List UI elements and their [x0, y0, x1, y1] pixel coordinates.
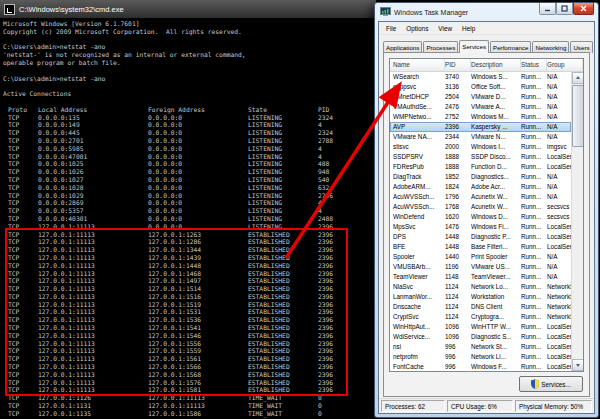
- service-row[interactable]: nsi 996 Network St... Runn... LocalServi…: [390, 342, 571, 352]
- maximize-button[interactable]: [556, 3, 573, 15]
- service-status: Runn...: [521, 302, 547, 312]
- menu-item[interactable]: View: [433, 25, 457, 32]
- service-row[interactable]: AdobeARM... 1824 Adobe Acr... Runn... N/…: [390, 182, 571, 192]
- service-pid: 996: [445, 362, 471, 371]
- service-pid: 1852: [445, 172, 471, 182]
- service-row[interactable]: DiagTrack 1852 Diagnostics... Runn... N/…: [390, 172, 571, 182]
- column-header-description[interactable]: Description: [471, 59, 521, 71]
- services-button[interactable]: Services...: [519, 376, 583, 392]
- service-row[interactable]: Spooler 1440 Print Spooler Runn... N/A: [390, 252, 571, 262]
- netstat-local: 127.0.0.1:11113: [38, 347, 148, 355]
- service-row[interactable]: LanmanWor... 1124 Workstation Runn... Ne…: [390, 292, 571, 302]
- column-header-pid[interactable]: PID: [445, 59, 471, 71]
- minimize-button[interactable]: [539, 3, 556, 15]
- service-row[interactable]: BFE 1448 Base Filteri... Runn... LocalSe…: [390, 242, 571, 252]
- netstat-pid: 2788: [318, 137, 363, 145]
- service-row[interactable]: VMnetDHCP 2504 VMware D... Runn... N/A: [390, 92, 571, 102]
- netstat-state: LISTENING: [248, 160, 318, 168]
- netstat-foreign: 127.0.0.1:1468: [148, 270, 248, 278]
- menu-item[interactable]: Options: [401, 25, 433, 32]
- service-status: Runn...: [521, 142, 547, 152]
- service-row[interactable]: TeamViewer 1148 TeamViewer... Runn... N/…: [390, 272, 571, 282]
- service-row[interactable]: osppsvc 3136 Office Soft... Runn... N/A: [390, 82, 571, 92]
- service-status: Runn...: [521, 362, 547, 371]
- status-memory: Physical Memory: 50%: [515, 400, 592, 412]
- netstat-row: TCP 0.0.0.0:1027 0.0.0.0:0 LISTENING 540: [3, 176, 376, 184]
- netstat-proto: TCP: [3, 332, 38, 340]
- service-row[interactable]: WinHttpAut... 1096 WinHTTP W... Runn... …: [390, 322, 571, 332]
- service-row[interactable]: MpsSvc 1476 Windows Fi... Runn... LocalS…: [390, 222, 571, 232]
- netstat-foreign: 127.0.0.1:1586: [148, 410, 248, 418]
- netstat-local: 0.0.0.0:1026: [38, 168, 148, 176]
- service-desc: Base Filteri...: [471, 242, 521, 252]
- netstat-local: 127.0.0.1:1135: [38, 410, 148, 418]
- established-connections: TCP 127.0.0.1:11113 127.0.0.1:1263 ESTAB…: [3, 231, 376, 395]
- service-name: VMUSBArb...: [390, 262, 445, 272]
- netstat-foreign: 127.0.0.1:11113: [148, 394, 248, 402]
- netstat-local: 127.0.0.1:11113: [38, 246, 148, 254]
- tab[interactable]: Services: [459, 40, 489, 53]
- netstat-foreign: 127.0.0.1:1519: [148, 301, 248, 309]
- service-row[interactable]: NlaSvc 1124 Network Lo... Runn... Networ…: [390, 282, 571, 292]
- service-desc: Windows M...: [471, 112, 521, 122]
- scrollbar[interactable]: [571, 72, 583, 371]
- service-row[interactable]: SSDPSRV 1888 SSDP Disco... Runn... Local…: [390, 152, 571, 162]
- netstat-proto: TCP: [3, 160, 38, 168]
- service-desc: Windows I...: [471, 142, 521, 152]
- service-row[interactable]: Dnscache 1124 DNS Client Runn... Network…: [390, 302, 571, 312]
- col-state: State: [248, 106, 318, 114]
- scroll-thumb[interactable]: [572, 85, 584, 147]
- netstat-row: TCP 127.0.0.1:11113 127.0.0.1:1561 ESTAB…: [3, 355, 376, 363]
- scroll-down-icon[interactable]: [572, 359, 584, 371]
- netstat-pid: 2396: [318, 340, 363, 348]
- column-header-group[interactable]: Group: [547, 59, 583, 71]
- menu-item[interactable]: Help: [457, 25, 480, 32]
- service-row[interactable]: DPS 1448 Diagnostic P... Runn... LocalSe…: [390, 232, 571, 242]
- service-row[interactable]: AcuWVSSch... 1768 Acunetix W... Runn... …: [390, 202, 571, 212]
- cmd-titlebar[interactable]: C:\Windows\system32\cmd.exe: [0, 0, 376, 18]
- service-row[interactable]: VMware NA... 2344 VMware N... Runn... N/…: [390, 132, 571, 142]
- close-button[interactable]: [573, 3, 594, 15]
- netstat-local: 127.0.0.1:11113: [38, 254, 148, 262]
- service-row[interactable]: VMUSBArb... 1196 VMware US... Runn... N/…: [390, 262, 571, 272]
- service-row[interactable]: WdiService... 1096 Diagnostic S... Runn.…: [390, 332, 571, 342]
- service-row[interactable]: FontCache 996 Windows F... Runn... Local…: [390, 362, 571, 371]
- service-desc: Acunetix W...: [471, 192, 521, 202]
- tm-titlebar[interactable]: Windows Task Manager: [375, 3, 598, 21]
- service-pid: 3740: [445, 72, 471, 82]
- netstat-foreign: 0.0.0.0:0: [148, 223, 248, 231]
- column-header-status[interactable]: Status: [521, 59, 547, 71]
- netstat-state: LISTENING: [248, 223, 318, 231]
- service-pid: 1476: [445, 222, 471, 232]
- cmd-intro-lines: Microsoft Windows [Version 6.1.7601] Cop…: [3, 20, 376, 106]
- service-row[interactable]: AVP 2396 Kaspersky ... Runn... N/A: [390, 122, 571, 132]
- netstat-foreign: 0.0.0.0:0: [148, 192, 248, 200]
- service-row[interactable]: stisvc 2000 Windows I... Runn... imgsvc: [390, 142, 571, 152]
- netstat-pid: 2396: [318, 347, 363, 355]
- service-row[interactable]: FDResPub 1888 Function D... Runn... Loca…: [390, 162, 571, 172]
- service-row[interactable]: WSearch 3740 Windows S... Runn... N/A: [390, 72, 571, 82]
- netstat-local: 127.0.0.1:11113: [38, 324, 148, 332]
- timewait-connections: TCP 127.0.0.1:1126 127.0.0.1:11113 TIME_…: [3, 394, 376, 417]
- netstat-row: TCP 127.0.0.1:11113 127.0.0.1:1531 ESTAB…: [3, 308, 376, 316]
- netstat-state: ESTABLISHED: [248, 231, 318, 239]
- service-row[interactable]: CryptSvc 1124 Cryptogra... Runn... Netwo…: [390, 312, 571, 322]
- netstat-proto: TCP: [3, 355, 38, 363]
- service-row[interactable]: WMPNetwo... 2752 Windows M... Runn... N/…: [390, 112, 571, 122]
- service-row[interactable]: VMAuthdSe... 2476 VMware A... Runn... N/…: [390, 102, 571, 112]
- netstat-foreign: 127.0.0.1:1344: [148, 246, 248, 254]
- netstat-local: 127.0.0.1:11113: [38, 223, 148, 231]
- netstat-row: TCP 127.0.0.1:11113 127.0.0.1:1519 ESTAB…: [3, 301, 376, 309]
- service-row[interactable]: netprofm 996 Network Li... Runn... Local…: [390, 352, 571, 362]
- service-status: Runn...: [521, 322, 547, 332]
- netstat-row: TCP 127.0.0.1:11113 127.0.0.1:1468 ESTAB…: [3, 270, 376, 278]
- netstat-local: 127.0.0.1:11113: [38, 316, 148, 324]
- service-row[interactable]: WinDefend 1620 Windows D... Runn... secs…: [390, 212, 571, 222]
- service-desc: Diagnostics...: [471, 172, 521, 182]
- scroll-up-icon[interactable]: [572, 72, 584, 84]
- netstat-state: ESTABLISHED: [248, 371, 318, 379]
- service-row[interactable]: AcuWVSSch... 1796 Acunetix W... Runn... …: [390, 192, 571, 202]
- menu-item[interactable]: File: [381, 25, 401, 32]
- netstat-pid: 4: [318, 121, 363, 129]
- column-header-name[interactable]: Name: [390, 59, 445, 71]
